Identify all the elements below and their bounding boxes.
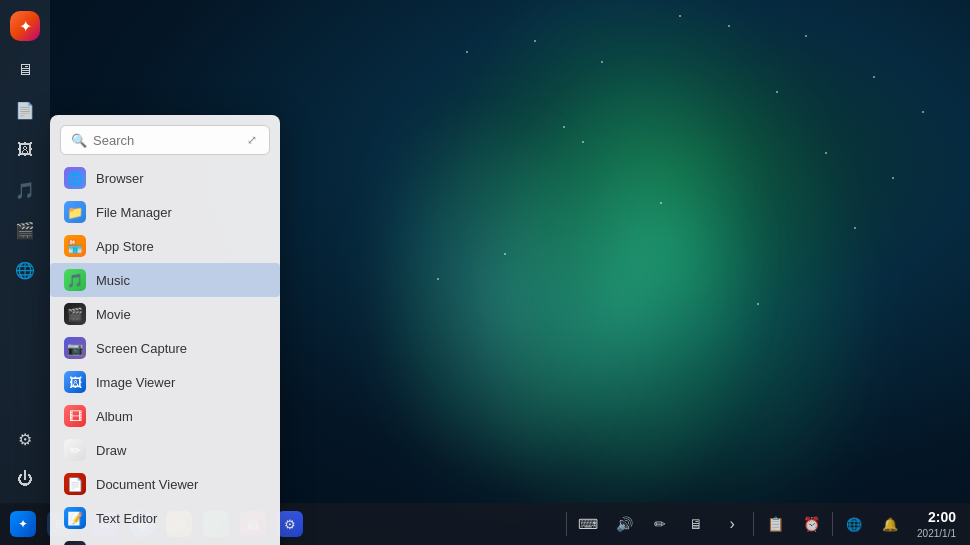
menu-search-icon: 🔍 (71, 133, 87, 148)
menu-item-docviewer[interactable]: 📄Document Viewer (50, 467, 280, 501)
menu-label-docviewer: Document Viewer (96, 477, 198, 492)
menu-label-texteditor: Text Editor (96, 511, 157, 526)
menu-icon-mail: ✉ (64, 541, 86, 545)
taskbar-time-display[interactable]: 2:00 2021/1/1 (909, 508, 964, 539)
tb-volume-icon: 🔊 (616, 516, 633, 532)
menu-label-music: Music (96, 273, 130, 288)
menu-label-movie: Movie (96, 307, 131, 322)
menu-item-browser[interactable]: 🌐Browser (50, 161, 280, 195)
sidebar-launcher-icon[interactable]: ✦ (7, 8, 43, 44)
power-glyph: ⏻ (17, 470, 33, 488)
tb-settings-icon: ⚙ (284, 517, 296, 532)
tb-draw-icon: ✏ (654, 516, 666, 532)
menu-item-mail[interactable]: ✉Mail (50, 535, 280, 545)
tb-keyboard-icon: ⌨ (578, 516, 598, 532)
menu-label-imageviewer: Image Viewer (96, 375, 175, 390)
sidebar-files-icon[interactable]: 📄 (7, 92, 43, 128)
menu-item-music[interactable]: 🎵Music (50, 263, 280, 297)
menu-item-imageviewer[interactable]: 🖼Image Viewer (50, 365, 280, 399)
taskbar-volume-btn[interactable]: 🔊 (607, 507, 641, 541)
sidebar-music-icon[interactable]: 🎵 (7, 172, 43, 208)
menu-item-appstore[interactable]: 🏪App Store (50, 229, 280, 263)
menu-icon-browser: 🌐 (64, 167, 86, 189)
taskbar-divider-3 (753, 512, 754, 536)
video-glyph: 🎬 (15, 221, 35, 240)
taskbar-right-area: ⌨ 🔊 ✏ 🖥 › 📋 ⏰ 🌐 (564, 507, 964, 541)
left-sidebar: ✦ 🖥 📄 🖼 🎵 🎬 🌐 ⚙ ⏻ (0, 0, 50, 505)
menu-label-album: Album (96, 409, 133, 424)
taskbar-more-btn[interactable]: › (715, 507, 749, 541)
menu-icon-movie: 🎬 (64, 303, 86, 325)
clock-time: 2:00 (917, 508, 956, 526)
taskbar-draw-btn[interactable]: ✏ (643, 507, 677, 541)
taskbar-divider-4 (832, 512, 833, 536)
photos-glyph: 🖼 (17, 141, 33, 159)
tb-monitor-icon: 🖥 (689, 516, 703, 532)
files-glyph: 📄 (15, 101, 35, 120)
sidebar-video-icon[interactable]: 🎬 (7, 212, 43, 248)
menu-icon-album: 🎞 (64, 405, 86, 427)
sidebar-screen-icon[interactable]: 🖥 (7, 52, 43, 88)
taskbar-monitor-btn[interactable]: 🖥 (679, 507, 713, 541)
taskbar-launcher[interactable]: ✦ (6, 507, 40, 541)
app-menu: 🔍 ⤢ 🌐Browser📁File Manager🏪App Store🎵Musi… (50, 115, 280, 545)
menu-icon-screencapture: 📷 (64, 337, 86, 359)
menu-item-album[interactable]: 🎞Album (50, 399, 280, 433)
menu-items-list: 🌐Browser📁File Manager🏪App Store🎵Music🎬Mo… (50, 161, 280, 545)
menu-icon-music: 🎵 (64, 269, 86, 291)
music-glyph: 🎵 (15, 181, 35, 200)
clock-date: 2021/1/1 (917, 527, 956, 540)
tb-clock-icon: ⏰ (803, 516, 820, 532)
menu-icon-docviewer: 📄 (64, 473, 86, 495)
taskbar-keyboard-btn[interactable]: ⌨ (571, 507, 605, 541)
tb-network-icon: 🌐 (846, 517, 862, 532)
menu-search-input[interactable] (93, 133, 239, 148)
menu-item-draw[interactable]: ✏Draw (50, 433, 280, 467)
menu-label-appstore: App Store (96, 239, 154, 254)
taskbar-notification-btn[interactable]: 🔔 (873, 507, 907, 541)
menu-item-movie[interactable]: 🎬Movie (50, 297, 280, 331)
screen-glyph: 🖥 (17, 61, 33, 79)
menu-label-screencapture: Screen Capture (96, 341, 187, 356)
taskbar-divider-2 (566, 512, 567, 536)
launcher-glyph: ✦ (19, 17, 32, 36)
browser-glyph: 🌐 (15, 261, 35, 280)
menu-search-bar: 🔍 ⤢ (60, 125, 270, 155)
menu-icon-appstore: 🏪 (64, 235, 86, 257)
menu-icon-texteditor: 📝 (64, 507, 86, 529)
menu-label-draw: Draw (96, 443, 126, 458)
sidebar-power-icon[interactable]: ⏻ (7, 461, 43, 497)
taskbar-clock-btn[interactable]: ⏰ (794, 507, 828, 541)
settings-glyph: ⚙ (18, 430, 32, 449)
sidebar-photos-icon[interactable]: 🖼 (7, 132, 43, 168)
tb-notification-icon: 🔔 (882, 517, 898, 532)
desktop: ✦ 🖥 📄 🖼 🎵 🎬 🌐 ⚙ ⏻ (0, 0, 970, 545)
menu-item-screencapture[interactable]: 📷Screen Capture (50, 331, 280, 365)
menu-expand-button[interactable]: ⤢ (245, 131, 259, 149)
menu-label-filemanager: File Manager (96, 205, 172, 220)
tb-clipboard-icon: 📋 (767, 516, 784, 532)
tb-deepin-icon: ✦ (18, 517, 28, 531)
menu-icon-imageviewer: 🖼 (64, 371, 86, 393)
taskbar-clipboard-btn[interactable]: 📋 (758, 507, 792, 541)
menu-label-browser: Browser (96, 171, 144, 186)
menu-item-filemanager[interactable]: 📁File Manager (50, 195, 280, 229)
sidebar-browser-icon[interactable]: 🌐 (7, 252, 43, 288)
sidebar-settings-icon[interactable]: ⚙ (7, 421, 43, 457)
taskbar-network-btn[interactable]: 🌐 (837, 507, 871, 541)
aurora-extra (353, 90, 637, 510)
tb-more-icon: › (729, 515, 734, 533)
menu-icon-filemanager: 📁 (64, 201, 86, 223)
menu-icon-draw: ✏ (64, 439, 86, 461)
menu-item-texteditor[interactable]: 📝Text Editor (50, 501, 280, 535)
time-text: 2:00 2021/1/1 (909, 508, 964, 539)
